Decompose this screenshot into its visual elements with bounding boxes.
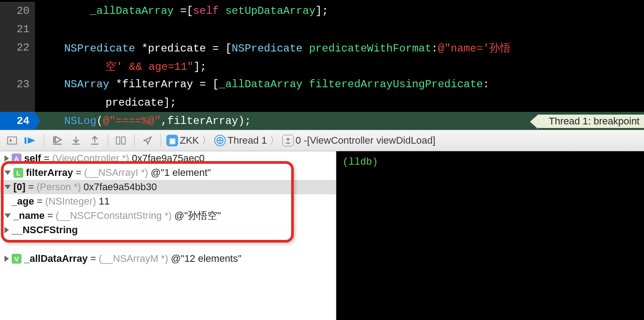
code-line[interactable]: 23 NSArray *filterArray = [_allDataArray… — [0, 75, 644, 94]
code-line[interactable]: 24 NSLog(@"====%@",filterArray);Thread 1… — [0, 112, 644, 130]
line-number[interactable]: 22 — [0, 38, 35, 57]
type-badge-icon: L — [13, 168, 23, 178]
location-icon[interactable] — [140, 134, 155, 147]
variable-row[interactable]: _age = (NSInteger) 11 — [0, 194, 336, 209]
console-prompt: (lldb) — [343, 157, 378, 168]
breakpoint-badge: Thread 1: breakpoint — [537, 115, 644, 128]
separator — [134, 134, 135, 147]
svg-rect-5 — [91, 144, 98, 145]
variable-name: filterArray — [26, 167, 73, 179]
variable-value: @"孙悟空" — [174, 209, 221, 222]
variable-value: @"1 element" — [151, 167, 211, 179]
separator — [44, 134, 44, 147]
breadcrumb[interactable]: ▣ ZKK 〉 Thread 1 〉 0 -[ViewController vi… — [166, 134, 436, 147]
variable-type: (__NSArrayM *) — [99, 253, 168, 265]
type-badge-icon: A — [12, 154, 21, 163]
variable-row[interactable]: __NSCFString — [0, 223, 336, 237]
target-name: ZKK — [180, 135, 199, 146]
continue-icon[interactable] — [23, 134, 38, 147]
variable-name: [0] — [13, 181, 25, 193]
thread-name: Thread 1 — [228, 135, 267, 146]
console-panel[interactable]: (lldb) — [336, 151, 644, 320]
variable-name: _age — [12, 196, 34, 207]
debug-view-icon[interactable] — [114, 134, 129, 147]
code-line[interactable]: 22 NSPredicate *predicate = [NSPredicate… — [0, 38, 644, 57]
variables-panel[interactable]: Aself = (ViewController *) 0x7fae9a75aec… — [0, 151, 336, 320]
disclosure-triangle-icon[interactable] — [4, 155, 9, 162]
svg-rect-1 — [25, 137, 26, 144]
variable-value: 11 — [99, 196, 110, 207]
separator — [161, 134, 161, 147]
variable-type: (__NSCFConstantString *) — [56, 210, 172, 222]
target-icon: ▣ — [166, 135, 178, 146]
disclosure-triangle-icon[interactable] — [4, 185, 11, 189]
disclosure-triangle-icon[interactable] — [4, 227, 9, 233]
debug-toolbar: ▣ ZKK 〉 Thread 1 〉 0 -[ViewController vi… — [0, 130, 644, 151]
variable-value: 0x7fae9a54bb30 — [84, 181, 157, 193]
step-over-icon[interactable] — [50, 134, 65, 147]
code-line[interactable]: 21 — [0, 20, 644, 38]
svg-rect-4 — [72, 144, 80, 145]
variable-name: __NSCFString — [12, 224, 78, 236]
variable-value: @"12 elements" — [171, 253, 242, 265]
chevron-right-icon: 〉 — [270, 134, 280, 147]
frame-icon — [282, 135, 294, 146]
variable-name: self — [24, 153, 41, 164]
variable-name: _name — [13, 210, 45, 222]
svg-rect-3 — [53, 144, 62, 145]
disclosure-triangle-icon[interactable] — [4, 213, 11, 218]
disclosure-triangle-icon[interactable] — [4, 256, 9, 262]
svg-rect-2 — [53, 137, 55, 143]
variable-row[interactable]: _name = (__NSCFConstantString *) @"孙悟空" — [0, 209, 336, 223]
variable-value: 0x7fae9a75aec0 — [132, 153, 205, 164]
svg-point-11 — [287, 138, 289, 141]
variable-row[interactable]: [0] = (Person *) 0x7fae9a54bb30 — [0, 180, 336, 194]
hide-debug-icon[interactable] — [4, 134, 20, 147]
frame-name: 0 -[ViewController viewDidLoad] — [296, 135, 436, 146]
step-into-icon[interactable] — [68, 134, 84, 147]
type-badge-icon: V — [12, 254, 21, 264]
variable-row[interactable]: V_allDataArray = (__NSArrayM *) @"12 ele… — [0, 252, 336, 266]
variable-type: (Person *) — [37, 181, 81, 193]
variable-row[interactable]: Aself = (ViewController *) 0x7fae9a75aec… — [0, 151, 336, 166]
svg-rect-7 — [122, 137, 125, 144]
code-line[interactable]: 20 _allDataArray =[self setUpDataArray]; — [0, 2, 644, 20]
line-number[interactable]: 23 — [0, 75, 35, 94]
line-number[interactable]: 20 — [0, 2, 35, 20]
variable-type: (ViewController *) — [52, 153, 129, 164]
code-line[interactable]: predicate]; — [0, 94, 644, 112]
thread-icon — [214, 135, 226, 146]
code-editor[interactable]: 20 _allDataArray =[self setUpDataArray];… — [0, 0, 644, 130]
step-out-icon[interactable] — [87, 134, 102, 147]
variable-type: (NSInteger) — [45, 196, 96, 207]
code-line[interactable]: 空' && age=11"]; — [0, 57, 644, 75]
variable-type: (__NSArrayI *) — [84, 167, 148, 179]
line-number[interactable]: 24 — [0, 112, 35, 130]
disclosure-triangle-icon[interactable] — [4, 171, 11, 175]
separator — [108, 134, 108, 147]
variable-name: _allDataArray — [24, 253, 88, 265]
variable-row[interactable]: LfilterArray = (__NSArrayI *) @"1 elemen… — [0, 166, 336, 180]
chevron-right-icon: 〉 — [202, 134, 212, 147]
line-number[interactable]: 21 — [0, 20, 35, 38]
svg-rect-6 — [116, 137, 120, 144]
